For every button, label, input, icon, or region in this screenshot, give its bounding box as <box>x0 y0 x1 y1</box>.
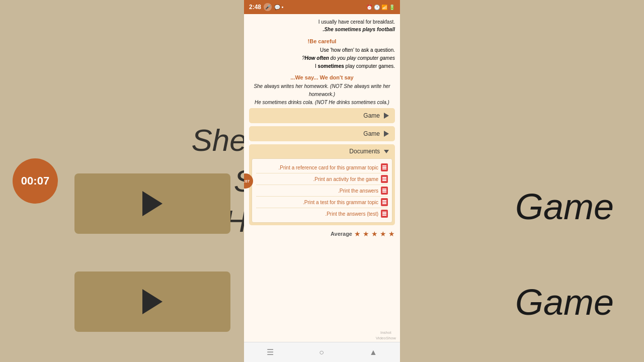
rating-section: Average ★ ★ ★ ★ ★ <box>249 227 395 241</box>
doc-item-1[interactable]: Print an activity for the game. <box>256 173 388 185</box>
signal-icon: 📶 <box>381 5 387 10</box>
clock-icon: 🕐 <box>374 5 380 10</box>
example2: He sometimes drinks cola. (NOT He drinks… <box>249 99 395 107</box>
doc-icon-4 <box>381 210 388 218</box>
nav-back-icon[interactable]: ▲ <box>369 348 377 357</box>
doc-text-0: Print a reference card for this grammar … <box>279 165 378 170</box>
star-1: ★ <box>354 230 361 238</box>
watermark-line2: VideoShow <box>376 336 396 341</box>
status-bar: 2:48 🎤 💬 • ⏰ 🕐 📶 🔋 <box>244 0 400 14</box>
doc-icon-3 <box>381 198 388 206</box>
doc-icon-2 <box>381 187 388 195</box>
doc-icon-0 <box>381 163 388 171</box>
doc-text-2: Print the answers. <box>338 188 378 194</box>
examples-block: She always writes her homework. (NOT She… <box>249 82 395 107</box>
documents-section: Documents Print a reference card for thi… <box>249 144 395 225</box>
watermark-line1: Inshot <box>376 330 396 335</box>
doc-item-2[interactable]: Print the answers. <box>256 185 388 197</box>
example1: She always writes her homework. (NOT She… <box>249 82 395 99</box>
right-game-label-top: Game <box>515 186 614 227</box>
time-display: 2:48 <box>249 4 261 11</box>
right-game-label-bottom: Game <box>515 282 614 323</box>
doc-text-1: Print an activity for the game. <box>313 176 378 182</box>
how-often-block: .Use 'how often' to ask a question How o… <box>249 46 395 70</box>
play-triangle-1 <box>384 113 389 119</box>
documents-title: Documents <box>349 148 380 155</box>
play-icon-top <box>142 191 163 216</box>
how-often-line: .Use 'how often' to ask a question <box>249 46 395 54</box>
doc-item-3[interactable]: Print a test for this grammar topic. <box>256 197 388 208</box>
phone-frame: 2:48 🎤 💬 • ⏰ 🕐 📶 🔋 .I usually have cerea… <box>244 0 400 362</box>
sometimes-example: .I sometimes play computer games <box>249 62 395 70</box>
star-4: ★ <box>380 230 386 238</box>
content-area: .I usually have cereal for breakfast She… <box>244 14 400 342</box>
grammar-line1: .I usually have cereal for breakfast <box>249 18 395 26</box>
game-button-2[interactable]: Game <box>249 126 395 141</box>
timer-circle-bg: 00:07 <box>13 158 58 204</box>
status-icons: 💬 • <box>274 5 283 10</box>
doc-text-3: Print a test for this grammar topic. <box>303 200 378 205</box>
play-triangle-2 <box>384 131 389 137</box>
doc-text-4: Print the answers (test). <box>325 211 378 217</box>
play-icon-bottom <box>142 289 163 314</box>
grammar-line2: She sometimes plays football. <box>249 26 395 33</box>
game-button-1[interactable]: Game <box>249 108 395 123</box>
rating-label: Average <box>331 231 352 237</box>
how-often-example: How often do you play computer games? <box>249 54 395 62</box>
star-5: ★ <box>388 230 395 238</box>
star-3: ★ <box>371 230 378 238</box>
documents-body: Print a reference card for this grammar … <box>252 158 392 223</box>
chevron-down-icon <box>384 150 389 153</box>
left-game-panel-top <box>74 173 230 234</box>
star-2: ★ <box>363 230 369 238</box>
left-game-panel-bottom <box>74 272 230 332</box>
timer-value: 0:07 <box>244 179 250 184</box>
status-left: 2:48 🎤 💬 • <box>249 3 283 11</box>
we-say-title: ...We say... We don't say <box>249 74 395 80</box>
doc-item-4[interactable]: Print the answers (test). <box>256 208 388 219</box>
mic-icon: 🎤 <box>264 3 272 11</box>
nav-menu-icon[interactable]: ☰ <box>267 347 274 357</box>
bottom-nav: ☰ ○ ▲ <box>244 342 400 362</box>
be-careful-title: !Be careful <box>249 38 395 44</box>
grammar-intro: .I usually have cereal for breakfast She… <box>249 18 395 33</box>
status-right: ⏰ 🕐 📶 🔋 <box>366 5 395 10</box>
doc-icon-1 <box>381 175 388 183</box>
watermark: Inshot VideoShow <box>376 330 396 341</box>
nav-home-icon[interactable]: ○ <box>319 348 324 357</box>
alarm-icon: ⏰ <box>366 5 372 10</box>
battery-icon: 🔋 <box>389 5 395 10</box>
documents-header[interactable]: Documents <box>249 144 395 158</box>
doc-item-0[interactable]: Print a reference card for this grammar … <box>256 162 388 173</box>
